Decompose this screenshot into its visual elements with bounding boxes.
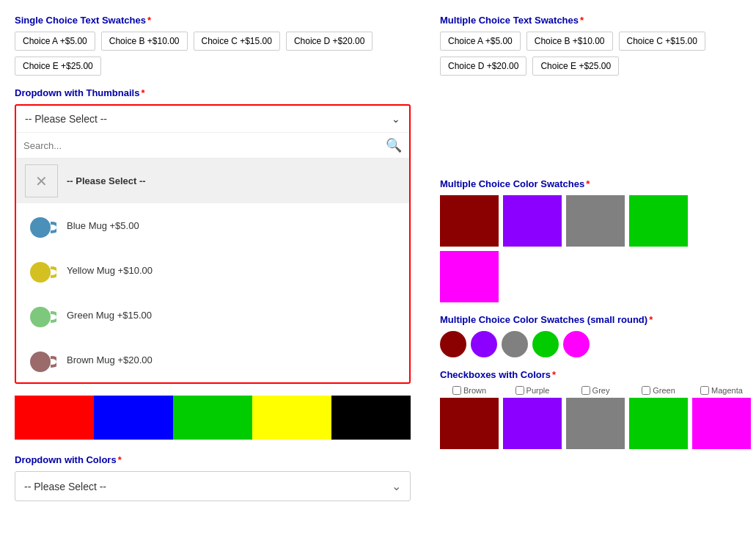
color-bar-segment-3[interactable] [252,396,331,440]
dropdown-item-yellow-mug[interactable]: Yellow Mug +$10.00 [16,248,409,293]
color-bar-segment-4[interactable] [331,396,411,440]
svg-point-2 [30,307,51,327]
dropdown-item-label: Green Mug +$15.00 [67,310,152,321]
checkbox-label-3: Green [653,386,675,395]
multiple-choice-label: Multiple Choice Text Swatches* [440,15,741,26]
checkbox-label-row-4: Magenta [700,386,743,395]
multi-color-swatch-2[interactable] [566,195,625,247]
multi-choice-btn-0[interactable]: Choice A +$5.00 [440,32,521,51]
checkbox-grey[interactable] [581,386,590,395]
svg-point-1 [30,262,51,283]
svg-point-3 [30,352,51,372]
checkbox-label-row-1: Purple [515,386,550,395]
single-choice-swatches: Choice A +$5.00Choice B +$10.00Choice C … [15,32,411,76]
checkbox-label-row-3: Green [642,386,675,395]
color-bar [15,396,411,440]
color-bar-segment-1[interactable] [94,396,173,440]
multi-choice-btn-1[interactable]: Choice B +$10.00 [526,32,613,51]
checkbox-color-swatch-2[interactable] [566,398,625,449]
dropdown-thumbnails-wrapper: -- Please Select -- ⌄ 🔍 ✕-- Please Selec… [15,104,411,384]
dropdown-search-row: 🔍 [16,133,409,159]
dropdown-search-input[interactable] [23,140,386,151]
checkbox-color-item-3: Green [629,386,688,449]
checkbox-color-swatch-1[interactable] [503,398,562,449]
multi-color-round-swatch-0[interactable] [440,331,466,357]
single-choice-btn-4[interactable]: Choice E +$25.00 [15,57,101,76]
checkbox-label-2: Grey [592,386,610,395]
checkbox-magenta[interactable] [700,386,709,395]
checkbox-green[interactable] [642,386,650,395]
multi-color-round-swatch-3[interactable] [532,331,559,357]
multi-color-swatches [440,195,741,302]
chevron-down-icon-2: ⌄ [392,479,401,493]
checkbox-colors-label: Checkboxes with Colors* [440,369,741,380]
multi-color-small-label: Multiple Choice Color Swatches (small ro… [440,314,741,325]
checkbox-color-item-0: Brown [440,386,499,449]
dropdown-item-brown-mug[interactable]: Brown Mug +$20.00 [16,338,409,382]
dropdown-item-label: -- Please Select -- [67,175,146,186]
svg-point-0 [30,217,51,238]
checkbox-label-0: Brown [463,386,486,395]
dropdown-item-label: Blue Mug +$5.00 [67,220,139,231]
dropdown-thumbnails-header[interactable]: -- Please Select -- ⌄ [16,106,409,133]
dropdown-colors-label: Dropdown with Colors* [15,454,411,465]
checkbox-purple[interactable] [515,386,524,395]
multi-choice-btn-4[interactable]: Choice E +$25.00 [532,57,619,76]
checkbox-label-row-2: Grey [581,386,610,395]
checkbox-color-item-1: Purple [503,386,562,449]
checkbox-color-item-4: Magenta [692,386,751,449]
chevron-down-icon: ⌄ [392,113,400,125]
search-icon[interactable]: 🔍 [386,137,402,153]
dropdown-item-label: Brown Mug +$20.00 [67,354,153,365]
dropdown-thumbnails-label: Dropdown with Thumbnails* [15,87,411,98]
checkbox-color-group: BrownPurpleGreyGreenMagenta [440,386,741,449]
multi-choice-btn-3[interactable]: Choice D +$20.00 [440,57,526,76]
multiple-choice-swatches: Choice A +$5.00Choice B +$10.00Choice C … [440,32,741,76]
checkbox-label-4: Magenta [711,386,743,395]
checkbox-color-swatch-3[interactable] [629,398,688,449]
checkbox-label-row-0: Brown [452,386,486,395]
dropdown-colors-header[interactable]: -- Please Select -- ⌄ [15,471,411,501]
multi-color-label: Multiple Choice Color Swatches* [440,178,741,189]
checkbox-color-item-2: Grey [566,386,625,449]
checkbox-color-swatch-0[interactable] [440,398,499,449]
color-bar-segment-0[interactable] [15,396,94,440]
dropdown-placeholder-text: -- Please Select -- [25,113,107,125]
multi-color-round-swatch-4[interactable] [563,331,590,357]
dropdown-item-green-mug[interactable]: Green Mug +$15.00 [16,293,409,338]
single-choice-btn-3[interactable]: Choice D +$20.00 [286,32,373,51]
multi-choice-btn-2[interactable]: Choice C +$15.00 [619,32,705,51]
single-choice-btn-2[interactable]: Choice C +$15.00 [194,32,280,51]
dropdown-item-blue-mug[interactable]: Blue Mug +$5.00 [16,203,409,248]
single-choice-btn-1[interactable]: Choice B +$10.00 [101,32,188,51]
checkbox-brown[interactable] [452,386,461,395]
checkbox-label-1: Purple [526,386,550,395]
multi-color-round-swatch-1[interactable] [471,331,497,357]
multi-color-swatch-0[interactable] [440,195,499,247]
checkbox-color-swatch-4[interactable] [692,398,751,449]
multi-color-swatch-3[interactable] [629,195,688,247]
multi-color-round-swatches [440,331,741,357]
color-bar-segment-2[interactable] [173,396,252,440]
multi-color-swatch-1[interactable] [503,195,562,247]
multi-color-round-swatch-2[interactable] [502,331,528,357]
dropdown-list: ✕-- Please Select --Blue Mug +$5.00Yello… [16,159,409,382]
dropdown-item-please-select[interactable]: ✕-- Please Select -- [16,159,409,203]
single-choice-btn-0[interactable]: Choice A +$5.00 [15,32,95,51]
multi-color-swatch-4[interactable] [440,251,499,302]
dropdown-item-label: Yellow Mug +$10.00 [67,265,153,276]
dropdown-colors-placeholder: -- Please Select -- [24,481,106,492]
single-choice-label: Single Choice Text Swatches* [15,15,411,26]
